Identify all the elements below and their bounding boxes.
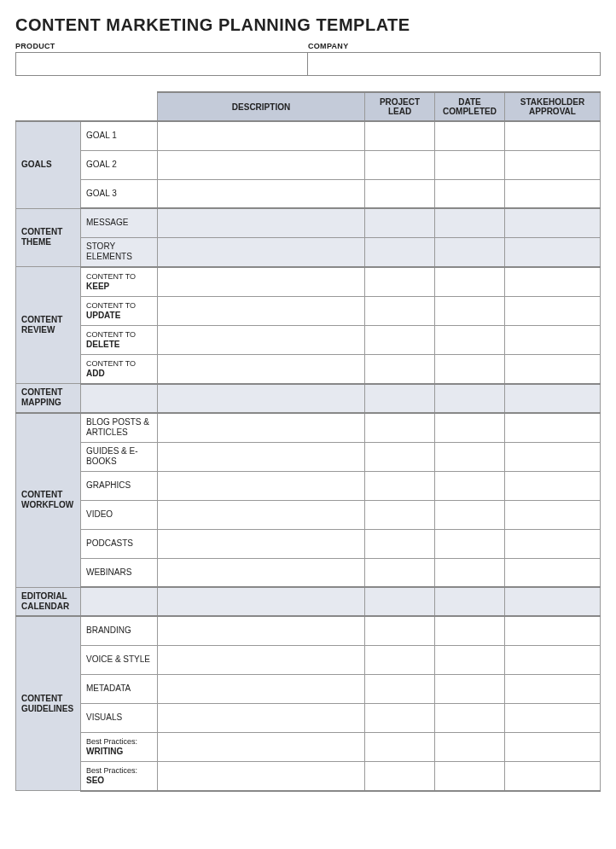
cell-lead[interactable] [365, 442, 435, 471]
cell-lead[interactable] [365, 267, 435, 297]
cell-desc[interactable] [158, 645, 365, 674]
cell-date[interactable] [435, 325, 505, 354]
cell-lead[interactable] [365, 354, 435, 384]
cell-date[interactable] [435, 529, 505, 558]
cell-lead[interactable] [365, 645, 435, 674]
sub-branding: BRANDING [81, 616, 158, 645]
cell-approval[interactable] [505, 500, 601, 529]
cell-date[interactable] [435, 761, 505, 791]
cell-lead[interactable] [365, 384, 435, 413]
cell-approval[interactable] [505, 645, 601, 674]
cell-lead[interactable] [365, 500, 435, 529]
cell-date[interactable] [435, 471, 505, 500]
cell-desc[interactable] [158, 674, 365, 703]
cell-date[interactable] [435, 179, 505, 208]
cell-date[interactable] [435, 354, 505, 384]
cell-lead[interactable] [365, 616, 435, 645]
cell-lead[interactable] [365, 471, 435, 500]
cell-approval[interactable] [505, 587, 601, 616]
cell-desc[interactable] [158, 529, 365, 558]
cell-date[interactable] [435, 296, 505, 325]
cell-approval[interactable] [505, 179, 601, 208]
cell-lead[interactable] [365, 761, 435, 791]
cell-lead[interactable] [365, 179, 435, 208]
company-input[interactable] [308, 52, 601, 76]
cell-approval[interactable] [505, 354, 601, 384]
cell-approval[interactable] [505, 703, 601, 732]
cell-approval[interactable] [505, 237, 601, 267]
cell-lead[interactable] [365, 674, 435, 703]
cell-approval[interactable] [505, 413, 601, 443]
cell-approval[interactable] [505, 150, 601, 179]
cell-desc[interactable] [158, 325, 365, 354]
cell-date[interactable] [435, 121, 505, 150]
cell-date[interactable] [435, 645, 505, 674]
cell-lead[interactable] [365, 208, 435, 237]
cell-desc[interactable] [158, 208, 365, 237]
cell-date[interactable] [435, 208, 505, 237]
cell-lead[interactable] [365, 150, 435, 179]
cell-approval[interactable] [505, 616, 601, 645]
cell-lead[interactable] [365, 703, 435, 732]
cell-approval[interactable] [505, 558, 601, 587]
cell-lead[interactable] [365, 237, 435, 267]
cell-approval[interactable] [505, 267, 601, 297]
cell-approval[interactable] [505, 529, 601, 558]
header-description: DESCRIPTION [158, 92, 365, 121]
cell-desc[interactable] [158, 413, 365, 443]
cell-desc[interactable] [158, 150, 365, 179]
cell-desc[interactable] [158, 500, 365, 529]
cell-desc[interactable] [158, 587, 365, 616]
product-input[interactable] [15, 52, 308, 76]
cell-desc[interactable] [158, 237, 365, 267]
cell-date[interactable] [435, 616, 505, 645]
cell-approval[interactable] [505, 296, 601, 325]
cell-desc[interactable] [158, 354, 365, 384]
cell-desc[interactable] [158, 703, 365, 732]
cell-date[interactable] [435, 413, 505, 443]
sub-metadata: METADATA [81, 674, 158, 703]
sub-add: CONTENT TOADD [81, 354, 158, 384]
cell-lead[interactable] [365, 413, 435, 443]
cell-approval[interactable] [505, 761, 601, 791]
cell-approval[interactable] [505, 208, 601, 237]
cell-approval[interactable] [505, 732, 601, 761]
cell-desc[interactable] [158, 179, 365, 208]
cell-approval[interactable] [505, 121, 601, 150]
page-title: CONTENT MARKETING PLANNING TEMPLATE [15, 15, 601, 35]
sub-graphics: GRAPHICS [81, 471, 158, 500]
cell-date[interactable] [435, 384, 505, 413]
cell-desc[interactable] [158, 471, 365, 500]
cell-desc[interactable] [158, 296, 365, 325]
cell-date[interactable] [435, 558, 505, 587]
cell-lead[interactable] [365, 587, 435, 616]
cell-date[interactable] [435, 587, 505, 616]
cell-desc[interactable] [158, 761, 365, 791]
cell-lead[interactable] [365, 121, 435, 150]
cell-lead[interactable] [365, 529, 435, 558]
cell-date[interactable] [435, 732, 505, 761]
cell-date[interactable] [435, 442, 505, 471]
cell-date[interactable] [435, 150, 505, 179]
cell-desc[interactable] [158, 442, 365, 471]
cell-desc[interactable] [158, 732, 365, 761]
cell-desc[interactable] [158, 616, 365, 645]
cell-desc[interactable] [158, 384, 365, 413]
cell-desc[interactable] [158, 267, 365, 297]
cell-date[interactable] [435, 674, 505, 703]
cell-desc[interactable] [158, 558, 365, 587]
cell-lead[interactable] [365, 296, 435, 325]
cell-approval[interactable] [505, 442, 601, 471]
cell-lead[interactable] [365, 558, 435, 587]
cell-approval[interactable] [505, 674, 601, 703]
cell-date[interactable] [435, 237, 505, 267]
cell-approval[interactable] [505, 325, 601, 354]
cell-desc[interactable] [158, 121, 365, 150]
cell-date[interactable] [435, 500, 505, 529]
cell-approval[interactable] [505, 384, 601, 413]
cell-lead[interactable] [365, 325, 435, 354]
cell-date[interactable] [435, 267, 505, 297]
cell-lead[interactable] [365, 732, 435, 761]
cell-date[interactable] [435, 703, 505, 732]
cell-approval[interactable] [505, 471, 601, 500]
